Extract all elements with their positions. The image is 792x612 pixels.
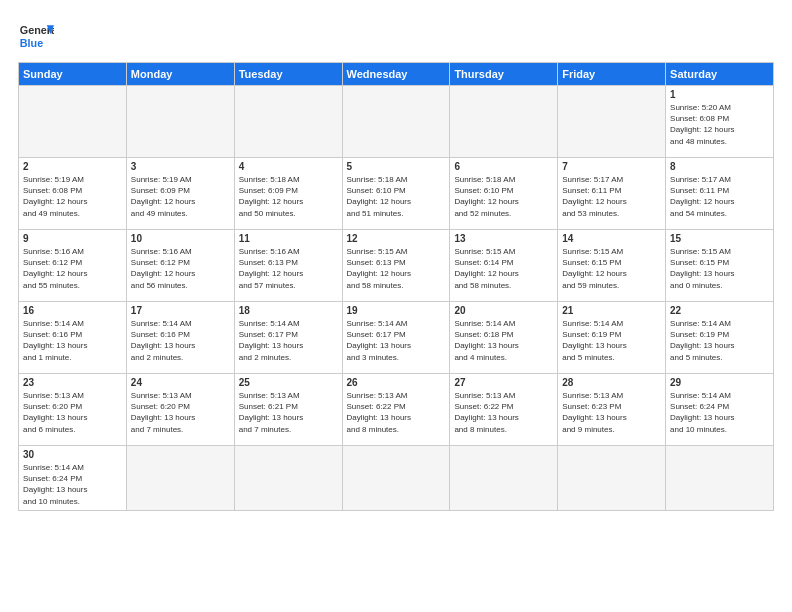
day-number: 13 [454, 233, 553, 244]
day-number: 30 [23, 449, 122, 460]
day-info: Sunrise: 5:16 AM Sunset: 6:12 PM Dayligh… [131, 246, 230, 291]
calendar-cell: 6Sunrise: 5:18 AM Sunset: 6:10 PM Daylig… [450, 158, 558, 230]
day-header-thursday: Thursday [450, 63, 558, 86]
day-number: 5 [347, 161, 446, 172]
day-number: 21 [562, 305, 661, 316]
day-header-monday: Monday [126, 63, 234, 86]
day-info: Sunrise: 5:18 AM Sunset: 6:10 PM Dayligh… [347, 174, 446, 219]
day-info: Sunrise: 5:13 AM Sunset: 6:22 PM Dayligh… [347, 390, 446, 435]
calendar-cell: 21Sunrise: 5:14 AM Sunset: 6:19 PM Dayli… [558, 302, 666, 374]
day-number: 19 [347, 305, 446, 316]
day-number: 8 [670, 161, 769, 172]
header: General Blue [18, 18, 774, 54]
calendar-week-row: 2Sunrise: 5:19 AM Sunset: 6:08 PM Daylig… [19, 158, 774, 230]
day-info: Sunrise: 5:18 AM Sunset: 6:09 PM Dayligh… [239, 174, 338, 219]
calendar-week-row: 1Sunrise: 5:20 AM Sunset: 6:08 PM Daylig… [19, 86, 774, 158]
day-number: 23 [23, 377, 122, 388]
calendar-cell: 24Sunrise: 5:13 AM Sunset: 6:20 PM Dayli… [126, 374, 234, 446]
day-info: Sunrise: 5:19 AM Sunset: 6:09 PM Dayligh… [131, 174, 230, 219]
calendar-cell: 5Sunrise: 5:18 AM Sunset: 6:10 PM Daylig… [342, 158, 450, 230]
day-info: Sunrise: 5:20 AM Sunset: 6:08 PM Dayligh… [670, 102, 769, 147]
calendar-week-row: 9Sunrise: 5:16 AM Sunset: 6:12 PM Daylig… [19, 230, 774, 302]
calendar-cell: 23Sunrise: 5:13 AM Sunset: 6:20 PM Dayli… [19, 374, 127, 446]
logo-icon: General Blue [18, 18, 54, 54]
calendar-cell: 3Sunrise: 5:19 AM Sunset: 6:09 PM Daylig… [126, 158, 234, 230]
day-number: 9 [23, 233, 122, 244]
day-number: 16 [23, 305, 122, 316]
day-info: Sunrise: 5:16 AM Sunset: 6:13 PM Dayligh… [239, 246, 338, 291]
day-number: 2 [23, 161, 122, 172]
day-number: 20 [454, 305, 553, 316]
day-info: Sunrise: 5:14 AM Sunset: 6:17 PM Dayligh… [239, 318, 338, 363]
calendar-cell: 12Sunrise: 5:15 AM Sunset: 6:13 PM Dayli… [342, 230, 450, 302]
day-info: Sunrise: 5:14 AM Sunset: 6:18 PM Dayligh… [454, 318, 553, 363]
day-info: Sunrise: 5:14 AM Sunset: 6:16 PM Dayligh… [23, 318, 122, 363]
calendar-cell [126, 86, 234, 158]
day-number: 25 [239, 377, 338, 388]
day-info: Sunrise: 5:14 AM Sunset: 6:19 PM Dayligh… [670, 318, 769, 363]
day-number: 12 [347, 233, 446, 244]
day-info: Sunrise: 5:16 AM Sunset: 6:12 PM Dayligh… [23, 246, 122, 291]
calendar-cell: 8Sunrise: 5:17 AM Sunset: 6:11 PM Daylig… [666, 158, 774, 230]
calendar-cell: 19Sunrise: 5:14 AM Sunset: 6:17 PM Dayli… [342, 302, 450, 374]
calendar-table: SundayMondayTuesdayWednesdayThursdayFrid… [18, 62, 774, 511]
calendar-cell [450, 86, 558, 158]
calendar-cell: 18Sunrise: 5:14 AM Sunset: 6:17 PM Dayli… [234, 302, 342, 374]
calendar-cell: 1Sunrise: 5:20 AM Sunset: 6:08 PM Daylig… [666, 86, 774, 158]
day-info: Sunrise: 5:14 AM Sunset: 6:16 PM Dayligh… [131, 318, 230, 363]
calendar-cell: 9Sunrise: 5:16 AM Sunset: 6:12 PM Daylig… [19, 230, 127, 302]
calendar-cell [342, 86, 450, 158]
day-info: Sunrise: 5:17 AM Sunset: 6:11 PM Dayligh… [562, 174, 661, 219]
day-header-sunday: Sunday [19, 63, 127, 86]
svg-text:Blue: Blue [20, 37, 43, 49]
day-header-tuesday: Tuesday [234, 63, 342, 86]
calendar-header-row: SundayMondayTuesdayWednesdayThursdayFrid… [19, 63, 774, 86]
day-number: 27 [454, 377, 553, 388]
calendar-cell [450, 446, 558, 511]
day-info: Sunrise: 5:19 AM Sunset: 6:08 PM Dayligh… [23, 174, 122, 219]
calendar-cell: 28Sunrise: 5:13 AM Sunset: 6:23 PM Dayli… [558, 374, 666, 446]
calendar-week-row: 30Sunrise: 5:14 AM Sunset: 6:24 PM Dayli… [19, 446, 774, 511]
calendar-cell [126, 446, 234, 511]
day-header-saturday: Saturday [666, 63, 774, 86]
day-number: 15 [670, 233, 769, 244]
calendar-cell: 25Sunrise: 5:13 AM Sunset: 6:21 PM Dayli… [234, 374, 342, 446]
day-header-wednesday: Wednesday [342, 63, 450, 86]
calendar-cell: 16Sunrise: 5:14 AM Sunset: 6:16 PM Dayli… [19, 302, 127, 374]
calendar-cell: 27Sunrise: 5:13 AM Sunset: 6:22 PM Dayli… [450, 374, 558, 446]
day-number: 29 [670, 377, 769, 388]
day-info: Sunrise: 5:15 AM Sunset: 6:15 PM Dayligh… [562, 246, 661, 291]
day-number: 28 [562, 377, 661, 388]
calendar-week-row: 16Sunrise: 5:14 AM Sunset: 6:16 PM Dayli… [19, 302, 774, 374]
calendar-cell: 29Sunrise: 5:14 AM Sunset: 6:24 PM Dayli… [666, 374, 774, 446]
day-number: 17 [131, 305, 230, 316]
day-info: Sunrise: 5:13 AM Sunset: 6:22 PM Dayligh… [454, 390, 553, 435]
day-info: Sunrise: 5:15 AM Sunset: 6:14 PM Dayligh… [454, 246, 553, 291]
day-number: 6 [454, 161, 553, 172]
calendar-cell [234, 446, 342, 511]
calendar-cell: 22Sunrise: 5:14 AM Sunset: 6:19 PM Dayli… [666, 302, 774, 374]
calendar-cell: 11Sunrise: 5:16 AM Sunset: 6:13 PM Dayli… [234, 230, 342, 302]
day-info: Sunrise: 5:15 AM Sunset: 6:15 PM Dayligh… [670, 246, 769, 291]
calendar-cell [558, 446, 666, 511]
calendar-week-row: 23Sunrise: 5:13 AM Sunset: 6:20 PM Dayli… [19, 374, 774, 446]
day-number: 10 [131, 233, 230, 244]
calendar-cell: 4Sunrise: 5:18 AM Sunset: 6:09 PM Daylig… [234, 158, 342, 230]
day-number: 7 [562, 161, 661, 172]
day-number: 14 [562, 233, 661, 244]
day-number: 1 [670, 89, 769, 100]
day-info: Sunrise: 5:13 AM Sunset: 6:21 PM Dayligh… [239, 390, 338, 435]
calendar-cell [19, 86, 127, 158]
calendar-cell: 13Sunrise: 5:15 AM Sunset: 6:14 PM Dayli… [450, 230, 558, 302]
day-number: 24 [131, 377, 230, 388]
day-info: Sunrise: 5:18 AM Sunset: 6:10 PM Dayligh… [454, 174, 553, 219]
day-info: Sunrise: 5:15 AM Sunset: 6:13 PM Dayligh… [347, 246, 446, 291]
calendar-cell: 15Sunrise: 5:15 AM Sunset: 6:15 PM Dayli… [666, 230, 774, 302]
day-number: 22 [670, 305, 769, 316]
day-number: 4 [239, 161, 338, 172]
day-number: 26 [347, 377, 446, 388]
calendar-cell: 14Sunrise: 5:15 AM Sunset: 6:15 PM Dayli… [558, 230, 666, 302]
calendar-cell: 2Sunrise: 5:19 AM Sunset: 6:08 PM Daylig… [19, 158, 127, 230]
calendar-cell: 7Sunrise: 5:17 AM Sunset: 6:11 PM Daylig… [558, 158, 666, 230]
day-info: Sunrise: 5:13 AM Sunset: 6:20 PM Dayligh… [23, 390, 122, 435]
